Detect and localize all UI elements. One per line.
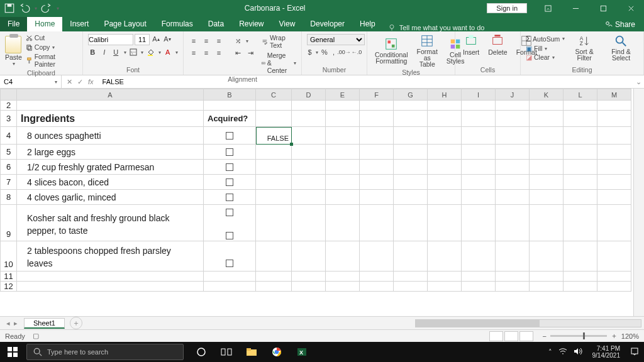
col-header[interactable]: D xyxy=(292,89,326,101)
zoom-slider[interactable] xyxy=(550,335,607,337)
new-sheet-button[interactable]: ＋ xyxy=(70,317,82,329)
checkbox-icon[interactable] xyxy=(226,232,233,239)
horizontal-scrollbar[interactable] xyxy=(82,319,644,327)
sheet-tab-sheet1[interactable]: Sheet1 xyxy=(24,318,65,329)
autosum-button[interactable]: ΣAutoSum ▾ xyxy=(526,34,565,43)
close-button[interactable] xyxy=(618,0,644,16)
align-bottom-icon[interactable]: ≡ xyxy=(214,36,224,46)
chrome-icon[interactable] xyxy=(264,342,289,362)
cell-B4[interactable] xyxy=(204,127,256,145)
qat-customize-icon[interactable]: ▾ xyxy=(57,6,59,11)
tab-data[interactable]: Data xyxy=(201,17,231,31)
tab-developer[interactable]: Developer xyxy=(303,17,352,31)
column-header-row[interactable]: A B C D E F G H I J K L M xyxy=(1,89,631,101)
fill-color-button[interactable] xyxy=(146,47,155,57)
tab-help[interactable]: Help xyxy=(352,17,383,31)
zoom-out-icon[interactable]: − xyxy=(542,332,546,340)
insert-cells-button[interactable]: Insert xyxy=(460,34,482,56)
tab-review[interactable]: Review xyxy=(231,17,271,31)
undo-dropdown-icon[interactable]: ▾ xyxy=(35,6,37,11)
cell-B10[interactable] xyxy=(204,241,256,272)
underline-button[interactable]: U xyxy=(111,47,121,57)
delete-cells-button[interactable]: Delete xyxy=(486,34,509,56)
maximize-button[interactable] xyxy=(590,0,616,16)
cell-B6[interactable] xyxy=(204,160,256,175)
align-top-icon[interactable]: ≡ xyxy=(189,36,199,46)
tab-page-layout[interactable]: Page Layout xyxy=(96,17,153,31)
redo-icon[interactable] xyxy=(41,3,52,14)
tray-overflow-icon[interactable]: ˄ xyxy=(548,348,552,356)
cell-A3[interactable]: Ingredients xyxy=(17,111,204,127)
checkbox-icon[interactable] xyxy=(226,148,233,156)
cell-A9[interactable]: Kosher salt and freshly ground black pep… xyxy=(17,205,204,241)
cell-B9[interactable] xyxy=(204,205,256,241)
decrease-decimal-icon[interactable]: ←.0 xyxy=(352,47,362,57)
tell-me-box[interactable]: Tell me what you want to do xyxy=(388,24,485,31)
normal-view-icon[interactable] xyxy=(489,331,503,341)
row-header[interactable]: 2 xyxy=(1,101,17,111)
zoom-in-icon[interactable]: ＋ xyxy=(611,331,618,341)
borders-button[interactable] xyxy=(129,47,138,57)
tab-file[interactable]: File xyxy=(0,17,27,31)
align-left-icon[interactable]: ≡ xyxy=(189,48,199,58)
system-clock[interactable]: 7:41 PM 9/14/2021 xyxy=(589,345,625,359)
increase-decimal-icon[interactable]: .00→ xyxy=(339,47,349,57)
taskbar-search[interactable]: Type here to search xyxy=(26,344,184,360)
sheet-nav-next-icon[interactable]: ▸ xyxy=(14,319,18,327)
checkbox-icon[interactable] xyxy=(226,178,233,186)
comma-format-icon[interactable]: , xyxy=(331,47,336,57)
volume-icon[interactable] xyxy=(574,348,582,356)
merge-center-button[interactable]: Merge & Center ▾ xyxy=(262,52,296,74)
cell-A7[interactable]: 4 slices bacon, diced xyxy=(17,175,204,190)
start-button[interactable] xyxy=(0,342,25,362)
paste-button[interactable]: Paste ▾ xyxy=(5,36,22,67)
font-size-select[interactable] xyxy=(135,34,150,45)
row-header[interactable]: 11 xyxy=(1,272,17,282)
find-select-button[interactable]: Find & Select xyxy=(604,34,638,61)
cell-B3[interactable]: Acquired? xyxy=(204,111,256,127)
row-header[interactable]: 7 xyxy=(1,175,17,190)
bold-button[interactable]: B xyxy=(88,47,97,57)
col-header[interactable]: I xyxy=(462,89,496,101)
font-color-button[interactable]: A xyxy=(164,47,173,57)
checkbox-icon[interactable] xyxy=(226,163,233,171)
expand-formula-bar-icon[interactable]: ⌄ xyxy=(633,78,644,86)
page-layout-view-icon[interactable] xyxy=(504,331,518,341)
orientation-icon[interactable]: ⤮ xyxy=(233,36,243,46)
align-right-icon[interactable]: ≡ xyxy=(214,48,224,58)
row-header[interactable]: 12 xyxy=(1,282,17,292)
col-header[interactable]: A xyxy=(17,89,204,101)
spreadsheet-grid[interactable]: A B C D E F G H I J K L M 2 3 I xyxy=(0,89,631,292)
copy-button[interactable]: Copy▾ xyxy=(26,43,77,51)
name-box[interactable]: C4▾ xyxy=(0,75,62,88)
notifications-icon[interactable] xyxy=(630,347,639,357)
row-header[interactable]: 6 xyxy=(1,160,17,175)
cell-A4[interactable]: 8 ounces spaghetti xyxy=(17,127,204,145)
italic-button[interactable]: I xyxy=(100,47,109,57)
formula-input[interactable]: FALSE xyxy=(99,78,633,85)
cell-A10[interactable]: 2 tablespoons chopped fresh parsley leav… xyxy=(17,241,204,272)
cell-A6[interactable]: 1/2 cup freshly grated Parmesan xyxy=(17,160,204,175)
tab-insert[interactable]: Insert xyxy=(62,17,96,31)
checkbox-icon[interactable] xyxy=(226,260,233,267)
row-header[interactable]: 8 xyxy=(1,190,17,205)
row-header[interactable]: 4 xyxy=(1,127,17,145)
row-header[interactable]: 3 xyxy=(1,111,17,127)
vertical-scrollbar[interactable] xyxy=(633,89,644,316)
cortana-icon[interactable] xyxy=(189,342,214,362)
col-header[interactable]: J xyxy=(496,89,530,101)
minimize-button[interactable] xyxy=(562,0,589,16)
cell-B5[interactable] xyxy=(204,145,256,160)
percent-format-icon[interactable]: % xyxy=(321,47,328,57)
wifi-icon[interactable] xyxy=(558,348,567,356)
cell-B8[interactable] xyxy=(204,190,256,205)
align-middle-icon[interactable]: ≡ xyxy=(201,36,211,46)
cancel-formula-icon[interactable]: ✕ xyxy=(67,78,72,86)
enter-formula-icon[interactable]: ✓ xyxy=(77,78,83,86)
cell-A8[interactable]: 4 cloves garlic, minced xyxy=(17,190,204,205)
align-center-icon[interactable]: ≡ xyxy=(201,48,211,58)
zoom-level[interactable]: 120% xyxy=(621,332,639,340)
select-all-corner[interactable] xyxy=(1,89,17,101)
sort-filter-button[interactable]: AZSort & Filter xyxy=(569,34,600,61)
sheet-nav-prev-icon[interactable]: ◂ xyxy=(6,319,10,327)
